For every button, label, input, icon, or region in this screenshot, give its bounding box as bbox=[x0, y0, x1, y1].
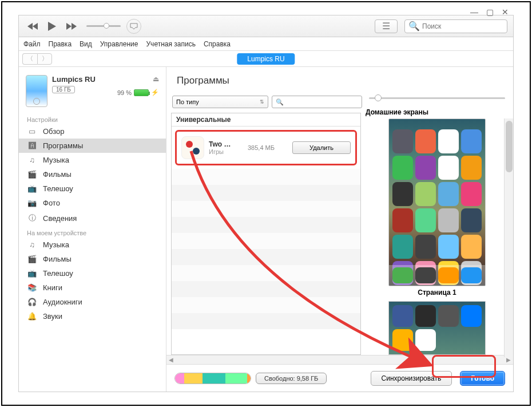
apps-list: Универсальные Two … Игры 385,4 МБ Удалит… bbox=[171, 113, 361, 355]
sync-button[interactable]: Синхронизировать bbox=[371, 371, 452, 386]
sidebar-item-Аудиокниги[interactable]: 🎧Аудиокниги bbox=[19, 295, 166, 309]
page-2-preview[interactable] bbox=[388, 301, 486, 355]
sidebar-item-Фото[interactable]: 📷Фото bbox=[19, 196, 166, 210]
search-field[interactable]: 🔍 bbox=[404, 19, 507, 33]
vertical-scrollbar[interactable] bbox=[504, 118, 513, 357]
list-row-empty bbox=[172, 281, 360, 297]
eject-button[interactable]: ⏏ bbox=[153, 75, 159, 83]
free-space-label: Свободно: 9,58 ГБ bbox=[256, 373, 327, 384]
toolbar: ☰ 🔍 bbox=[19, 15, 513, 37]
app-tile[interactable] bbox=[392, 182, 413, 206]
svg-marker-4 bbox=[72, 23, 77, 30]
app-tile[interactable] bbox=[461, 329, 482, 351]
app-tile[interactable] bbox=[392, 129, 413, 153]
search-input[interactable] bbox=[422, 22, 503, 30]
app-tile[interactable] bbox=[392, 329, 413, 351]
app-size: 385,4 МБ bbox=[248, 144, 288, 151]
sidebar-item-Телешоу[interactable]: 📺Телешоу bbox=[19, 181, 166, 196]
delete-app-button[interactable]: Удалить bbox=[292, 141, 351, 154]
sidebar-icon: ▭ bbox=[27, 127, 37, 136]
app-tile[interactable] bbox=[461, 182, 482, 206]
app-tile[interactable] bbox=[438, 267, 459, 283]
app-tile[interactable] bbox=[461, 235, 482, 259]
app-tile[interactable] bbox=[438, 329, 459, 351]
menu-edit[interactable]: Правка bbox=[49, 40, 72, 48]
sidebar-icon: 📚 bbox=[27, 283, 37, 292]
sidebar-icon: 🎧 bbox=[27, 298, 37, 306]
sidebar: Lumpics RU 16 ГБ ⏏ 99 %⚡ Настройки ▭Обзо… bbox=[19, 67, 166, 392]
device-thumbnail-icon[interactable] bbox=[26, 75, 47, 107]
menu-help[interactable]: Справка bbox=[204, 40, 231, 48]
zoom-slider[interactable] bbox=[366, 92, 509, 105]
menubar: Файл Правка Вид Управление Учетная запис… bbox=[19, 37, 513, 51]
filter-mode-select[interactable]: По типу⇅ bbox=[172, 96, 268, 108]
app-tile[interactable] bbox=[415, 267, 436, 283]
app-tile[interactable] bbox=[392, 267, 413, 283]
app-tile[interactable] bbox=[461, 208, 482, 232]
app-tile[interactable] bbox=[438, 235, 459, 259]
main-content: Программы По типу⇅ Универсальные Two … bbox=[166, 67, 513, 392]
sidebar-item-Обзор[interactable]: ▭Обзор bbox=[19, 124, 166, 139]
sidebar-item-Музыка[interactable]: ♫Музыка bbox=[19, 153, 166, 167]
done-button[interactable]: Готово bbox=[460, 371, 505, 386]
app-tile[interactable] bbox=[392, 305, 413, 327]
app-tile[interactable] bbox=[438, 305, 459, 327]
view-options-button[interactable]: ☰ bbox=[375, 19, 398, 33]
chevron-updown-icon: ⇅ bbox=[260, 99, 264, 105]
volume-slider[interactable] bbox=[86, 25, 121, 27]
minimize-button[interactable]: ― bbox=[470, 7, 478, 17]
app-tile[interactable] bbox=[415, 305, 436, 327]
horizontal-scrollbar[interactable]: ◀▶ bbox=[166, 355, 513, 364]
app-tile[interactable] bbox=[461, 305, 482, 327]
sidebar-item-Фильмы[interactable]: 🎬Фильмы bbox=[19, 167, 166, 181]
app-tile[interactable] bbox=[392, 156, 413, 180]
maximize-button[interactable]: ▢ bbox=[486, 7, 494, 17]
app-search-input[interactable] bbox=[272, 96, 362, 108]
home-screens-title: Домашние экраны bbox=[366, 105, 509, 118]
prev-track-button[interactable] bbox=[25, 20, 41, 33]
close-button[interactable]: ✕ bbox=[502, 7, 509, 17]
app-tile[interactable] bbox=[415, 208, 436, 232]
menu-controls[interactable]: Управление bbox=[100, 40, 138, 48]
menu-view[interactable]: Вид bbox=[80, 40, 92, 48]
sidebar-item-Программы[interactable]: 🅰Программы bbox=[19, 139, 166, 153]
sidebar-item-Музыка[interactable]: ♫Музыка bbox=[19, 238, 166, 252]
airplay-button[interactable] bbox=[126, 19, 141, 34]
list-row-empty bbox=[172, 233, 360, 249]
app-tile[interactable] bbox=[461, 156, 482, 180]
sidebar-item-label: Аудиокниги bbox=[43, 298, 82, 306]
sidebar-item-Телешоу[interactable]: 📺Телешоу bbox=[19, 266, 166, 280]
menu-account[interactable]: Учетная запись bbox=[146, 40, 196, 48]
play-button[interactable] bbox=[44, 20, 60, 33]
nav-forward-button[interactable]: 〉 bbox=[37, 53, 52, 65]
app-tile[interactable] bbox=[461, 129, 482, 153]
app-tile[interactable] bbox=[438, 208, 459, 232]
sidebar-item-Фильмы[interactable]: 🎬Фильмы bbox=[19, 252, 166, 266]
page-title: Программы bbox=[166, 67, 513, 92]
app-tile[interactable] bbox=[415, 182, 436, 206]
list-row-empty bbox=[172, 249, 360, 265]
app-tile[interactable] bbox=[415, 329, 436, 351]
sidebar-item-Книги[interactable]: 📚Книги bbox=[19, 280, 166, 295]
app-tile[interactable] bbox=[438, 182, 459, 206]
nav-back-button[interactable]: 〈 bbox=[22, 53, 37, 65]
menu-file[interactable]: Файл bbox=[23, 40, 41, 48]
sidebar-item-label: Программы bbox=[43, 141, 83, 150]
app-tile[interactable] bbox=[438, 129, 459, 153]
device-name-pill[interactable]: Lumpics RU bbox=[237, 53, 295, 65]
app-tile[interactable] bbox=[392, 208, 413, 232]
app-tile[interactable] bbox=[415, 156, 436, 180]
list-row-empty bbox=[172, 265, 360, 281]
app-tile[interactable] bbox=[415, 235, 436, 259]
app-icon bbox=[181, 136, 204, 159]
home-screen-preview[interactable] bbox=[388, 118, 486, 286]
sidebar-item-Звуки[interactable]: 🔔Звуки bbox=[19, 309, 166, 323]
app-tile[interactable] bbox=[461, 267, 482, 283]
next-track-button[interactable] bbox=[63, 20, 80, 33]
app-tile[interactable] bbox=[438, 156, 459, 180]
app-tile[interactable] bbox=[392, 235, 413, 259]
app-tile[interactable] bbox=[415, 129, 436, 153]
app-row[interactable]: Two … Игры 385,4 МБ Удалить bbox=[175, 130, 357, 165]
sidebar-icon: 🅰 bbox=[27, 141, 37, 150]
sidebar-item-Сведения[interactable]: ⓘСведения bbox=[19, 210, 166, 226]
